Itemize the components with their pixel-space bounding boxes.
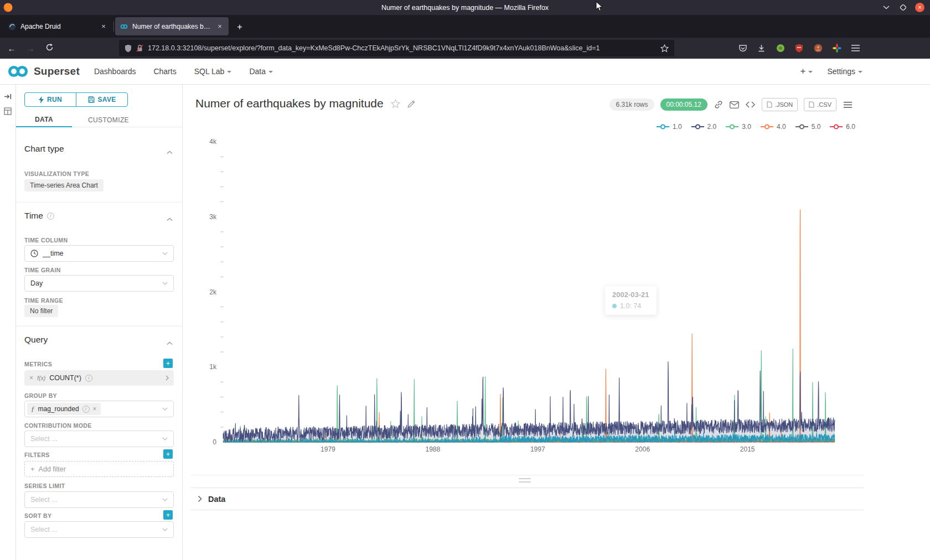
browser-tabbar: Apache Druid × Numer of earthquakes by m… bbox=[0, 15, 930, 38]
metric-pill[interactable]: f(x) COUNT(*) bbox=[24, 370, 174, 386]
svg-text:1988: 1988 bbox=[426, 445, 441, 453]
superset-navbar: Superset Dashboards Charts SQL Lab Data … bbox=[0, 59, 930, 85]
chevron-right-icon bbox=[166, 375, 169, 381]
extension-green-icon[interactable] bbox=[776, 44, 785, 53]
url-bar[interactable]: 172.18.0.3:32108/superset/explore/?form_… bbox=[119, 40, 674, 56]
caret-down-icon bbox=[227, 71, 231, 73]
time-column-select[interactable]: __time bbox=[24, 245, 174, 262]
browser-toolbar: ← → 172.18.0.3:32108/superset/explore/?f… bbox=[0, 38, 930, 59]
tooltip-date: 2002-03-21 bbox=[612, 291, 649, 299]
brand-name: Superset bbox=[34, 65, 80, 77]
save-button[interactable]: SAVE bbox=[76, 92, 128, 107]
collapsed-datasource-strip bbox=[0, 85, 16, 560]
time-range-value[interactable]: No filter bbox=[24, 305, 58, 317]
dataset-grid-icon[interactable] bbox=[4, 107, 12, 117]
caret-down-icon bbox=[808, 71, 813, 73]
tab-separator bbox=[113, 22, 114, 32]
nav-charts[interactable]: Charts bbox=[153, 67, 176, 76]
group-by-select[interactable]: ƒ mag_rounded bbox=[24, 401, 174, 417]
tab-data[interactable]: DATA bbox=[16, 113, 72, 127]
contribution-mode-label: CONTRIBUTION MODE bbox=[24, 422, 92, 429]
section-divider bbox=[16, 202, 183, 203]
add-sort-by-button[interactable] bbox=[163, 510, 173, 520]
time-range-label: TIME RANGE bbox=[24, 297, 63, 304]
bookmark-star-icon[interactable] bbox=[660, 44, 669, 53]
window-minimize-button[interactable] bbox=[882, 3, 891, 12]
chevron-right-icon bbox=[198, 495, 202, 502]
nav-dashboards[interactable]: Dashboards bbox=[94, 67, 136, 76]
collapse-query-icon[interactable] bbox=[167, 338, 173, 348]
svg-text:1979: 1979 bbox=[321, 445, 335, 453]
settings-menu[interactable]: Settings bbox=[827, 67, 862, 76]
timeseries-area-chart: 01k2k3k4k19791988199720062015 bbox=[187, 136, 840, 460]
chevron-down-icon bbox=[162, 407, 168, 411]
expand-datasource-panel-icon[interactable] bbox=[4, 92, 12, 102]
info-icon[interactable] bbox=[85, 375, 92, 382]
time-grain-select[interactable]: Day bbox=[24, 275, 174, 292]
time-grain-label: TIME GRAIN bbox=[24, 267, 61, 273]
series-area-4.0 bbox=[223, 209, 835, 442]
run-button[interactable]: RUN bbox=[24, 92, 76, 107]
window-maximize-button[interactable] bbox=[898, 3, 907, 12]
collapse-chart-type-icon[interactable] bbox=[167, 147, 173, 157]
resize-drag-handle[interactable] bbox=[519, 478, 531, 483]
section-chart-type: Chart type bbox=[24, 144, 64, 154]
browser-tab-earthquakes[interactable]: Numer of earthquakes by magnitude × bbox=[115, 17, 229, 35]
pocket-icon[interactable] bbox=[738, 44, 747, 53]
filters-label: FILTERS bbox=[24, 452, 50, 458]
extension-pinwheel-icon[interactable] bbox=[832, 44, 841, 53]
new-tab-button[interactable]: + bbox=[234, 22, 245, 32]
forward-button[interactable]: → bbox=[24, 44, 37, 53]
profile-avatar-icon[interactable] bbox=[813, 44, 823, 53]
downloads-icon[interactable] bbox=[757, 44, 766, 53]
metric-value: COUNT(*) bbox=[49, 374, 81, 382]
tab-close-icon[interactable]: × bbox=[216, 22, 224, 30]
druid-favicon-icon bbox=[8, 23, 16, 30]
collapse-time-icon[interactable] bbox=[167, 214, 173, 224]
group-by-chip[interactable]: ƒ mag_rounded bbox=[27, 403, 101, 415]
remove-metric-icon[interactable] bbox=[29, 374, 33, 382]
superset-favicon-icon bbox=[120, 23, 128, 30]
menu-icon[interactable] bbox=[851, 44, 860, 53]
add-filter-dropzone[interactable]: Add filter bbox=[24, 461, 174, 477]
chart-main-panel: Numer of earthquakes by magnitude 6.31k … bbox=[183, 85, 930, 560]
viz-type-value[interactable]: Time-series Area Chart bbox=[24, 179, 104, 191]
new-item-button[interactable]: + bbox=[800, 66, 813, 77]
browser-tab-apache-druid[interactable]: Apache Druid × bbox=[3, 17, 112, 35]
data-panel-title: Data bbox=[208, 495, 225, 504]
function-column-icon: ƒ bbox=[31, 405, 35, 413]
add-filter-button[interactable] bbox=[163, 449, 173, 459]
section-divider bbox=[16, 326, 183, 326]
tab-customize[interactable]: CUSTOMIZE bbox=[72, 113, 145, 127]
data-panel-header[interactable]: Data bbox=[191, 488, 864, 510]
reload-icon bbox=[45, 43, 54, 51]
nav-data[interactable]: Data bbox=[249, 67, 273, 76]
window-title: Numer of earthquakes by magnitude — Mozi… bbox=[0, 4, 930, 12]
tab-title: Numer of earthquakes by magnitude bbox=[132, 23, 211, 30]
contribution-mode-select[interactable]: Select ... bbox=[24, 431, 174, 447]
save-icon bbox=[88, 96, 95, 103]
time-column-label: TIME COLUMN bbox=[24, 237, 68, 243]
svg-text:2015: 2015 bbox=[740, 445, 755, 453]
window-close-button[interactable] bbox=[915, 3, 924, 12]
series-limit-select[interactable]: Select ... bbox=[24, 491, 174, 508]
superset-logo[interactable]: Superset bbox=[7, 65, 80, 78]
mouse-cursor bbox=[596, 2, 603, 13]
info-icon[interactable] bbox=[47, 212, 54, 220]
sort-by-select[interactable]: Select ... bbox=[24, 521, 174, 538]
remove-group-by-icon[interactable] bbox=[93, 405, 97, 413]
series-line-4.0 bbox=[223, 209, 835, 442]
chevron-down-icon bbox=[162, 437, 168, 440]
info-icon[interactable] bbox=[82, 406, 90, 413]
ublock-shield-icon[interactable] bbox=[794, 44, 804, 53]
chart-tooltip: 2002-03-21 1.0: 74 bbox=[605, 286, 657, 315]
back-button[interactable]: ← bbox=[6, 44, 18, 53]
tab-close-icon[interactable]: × bbox=[100, 22, 107, 30]
chart-canvas[interactable]: 01k2k3k4k19791988199720062015 2002-03-21… bbox=[183, 85, 930, 475]
reload-button[interactable] bbox=[43, 43, 55, 53]
superset-infinity-icon bbox=[7, 65, 30, 78]
chart-axes: 01k2k3k4k19791988199720062015 bbox=[209, 138, 835, 453]
nav-sql-lab[interactable]: SQL Lab bbox=[194, 67, 232, 76]
chevron-down-icon bbox=[162, 252, 168, 255]
add-metric-button[interactable] bbox=[163, 359, 173, 368]
